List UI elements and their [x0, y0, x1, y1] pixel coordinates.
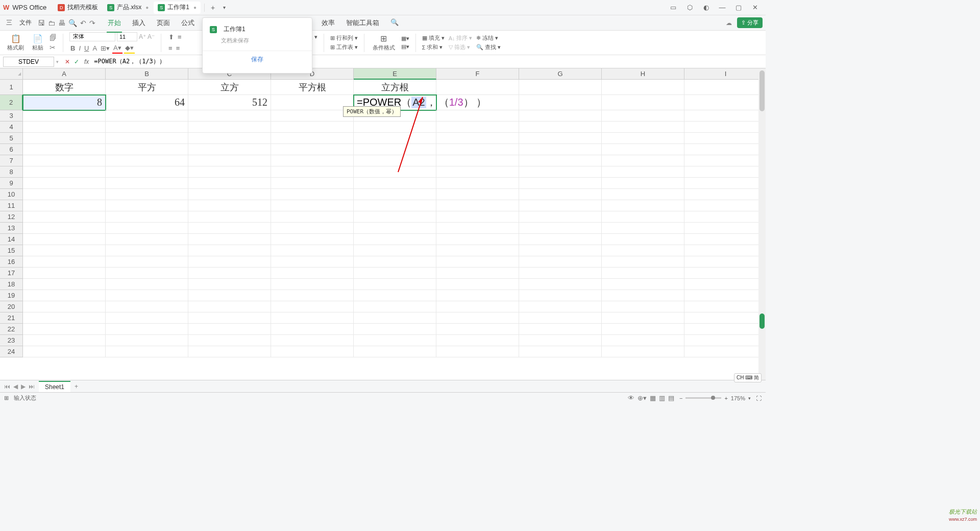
style-icon[interactable]: ▦▾: [401, 35, 409, 42]
cell-C13[interactable]: [188, 223, 271, 234]
cell-C16[interactable]: [188, 256, 271, 268]
cell-G18[interactable]: [519, 279, 602, 290]
minimize-button[interactable]: —: [718, 4, 727, 11]
cell-D1[interactable]: 平方根: [271, 80, 354, 95]
hamburger-icon[interactable]: 三: [3, 16, 15, 29]
cell-D10[interactable]: [271, 189, 354, 200]
cell-D17[interactable]: [271, 268, 354, 279]
cell-A12[interactable]: [23, 211, 106, 223]
cell-A20[interactable]: [23, 301, 106, 312]
cell-B20[interactable]: [106, 301, 188, 312]
cell-D24[interactable]: [271, 346, 354, 357]
italic-icon[interactable]: I: [78, 43, 82, 53]
cell-F8[interactable]: [436, 166, 519, 178]
cell-I19[interactable]: [684, 290, 766, 301]
cell-D18[interactable]: [271, 279, 354, 290]
cell-H4[interactable]: [602, 122, 684, 133]
zoom-out-icon[interactable]: −: [679, 395, 682, 401]
row-header-4[interactable]: 4: [0, 122, 23, 133]
add-sheet-button[interactable]: +: [70, 381, 82, 392]
row-header-22[interactable]: 22: [0, 324, 23, 335]
cell-G21[interactable]: [519, 312, 602, 324]
cell-H10[interactable]: [602, 189, 684, 200]
cell-C15[interactable]: [188, 245, 271, 256]
cell-I2[interactable]: [684, 95, 766, 110]
font-color-icon[interactable]: A▾: [112, 43, 122, 54]
cell-I15[interactable]: [684, 245, 766, 256]
cell-I20[interactable]: [684, 301, 766, 312]
cell-E7[interactable]: [354, 155, 436, 166]
avatar-icon[interactable]: ◐: [701, 4, 710, 11]
cell-F18[interactable]: [436, 279, 519, 290]
cell-B5[interactable]: [106, 133, 188, 144]
cell-F1[interactable]: [436, 80, 519, 95]
cell-I4[interactable]: [684, 122, 766, 133]
align-mid-icon[interactable]: ≡: [177, 32, 183, 42]
tab-formula[interactable]: 公式: [180, 16, 195, 30]
row-header-13[interactable]: 13: [0, 223, 23, 234]
cell-D19[interactable]: [271, 290, 354, 301]
cell-G23[interactable]: [519, 335, 602, 346]
cell-G17[interactable]: [519, 268, 602, 279]
cell-A11[interactable]: [23, 200, 106, 211]
toolbox-icon[interactable]: ▭: [669, 4, 678, 11]
cell-H3[interactable]: [602, 110, 684, 122]
cell-H12[interactable]: [602, 211, 684, 223]
first-sheet-icon[interactable]: ⏮: [3, 383, 11, 390]
row-header-24[interactable]: 24: [0, 346, 23, 357]
cell-A21[interactable]: [23, 312, 106, 324]
tab-insert[interactable]: 插入: [131, 16, 146, 30]
cell-B23[interactable]: [106, 335, 188, 346]
cell-C18[interactable]: [188, 279, 271, 290]
cell-F14[interactable]: [436, 234, 519, 245]
cell-F19[interactable]: [436, 290, 519, 301]
cell-A3[interactable]: [23, 110, 106, 122]
cell-A17[interactable]: [23, 268, 106, 279]
tab-menu-button[interactable]: ▾: [218, 2, 230, 13]
cell-A18[interactable]: [23, 279, 106, 290]
cell-E4[interactable]: [354, 122, 436, 133]
cell-E14[interactable]: [354, 234, 436, 245]
row-header-9[interactable]: 9: [0, 178, 23, 189]
cell-B1[interactable]: 平方: [106, 80, 188, 95]
cell-F4[interactable]: [436, 122, 519, 133]
tab-start[interactable]: 开始: [107, 16, 122, 30]
open-icon[interactable]: 🗀: [48, 19, 55, 27]
cell-D5[interactable]: [271, 133, 354, 144]
cell-G4[interactable]: [519, 122, 602, 133]
redo-icon[interactable]: ↷: [89, 19, 95, 27]
cell-B18[interactable]: [106, 279, 188, 290]
cell-E6[interactable]: [354, 144, 436, 155]
cell-B4[interactable]: [106, 122, 188, 133]
cell-B7[interactable]: [106, 155, 188, 166]
cell-C20[interactable]: [188, 301, 271, 312]
cell-C8[interactable]: [188, 166, 271, 178]
doc-tab-product[interactable]: S 产品.xlsx ●: [103, 2, 153, 14]
bold-icon[interactable]: B: [69, 43, 76, 53]
row-header-23[interactable]: 23: [0, 335, 23, 346]
cell-C19[interactable]: [188, 290, 271, 301]
cell-B3[interactable]: [106, 110, 188, 122]
tab-page[interactable]: 页面: [156, 16, 171, 30]
zoom-control[interactable]: − + 175% ▾: [679, 395, 751, 401]
cell-B17[interactable]: [106, 268, 188, 279]
paste-button[interactable]: 📄粘贴: [30, 33, 45, 53]
cell-G3[interactable]: [519, 110, 602, 122]
cell-E12[interactable]: [354, 211, 436, 223]
cell-I10[interactable]: [684, 189, 766, 200]
cell-D4[interactable]: [271, 122, 354, 133]
cell-B15[interactable]: [106, 245, 188, 256]
cell-I3[interactable]: [684, 110, 766, 122]
cell-D22[interactable]: [271, 324, 354, 335]
tab-close-icon[interactable]: ●: [145, 5, 149, 10]
cell-G22[interactable]: [519, 324, 602, 335]
align-center-icon[interactable]: ≡: [175, 43, 181, 53]
cell-I1[interactable]: [684, 80, 766, 95]
cell-A8[interactable]: [23, 166, 106, 178]
file-menu[interactable]: 文件: [16, 16, 35, 29]
cell-C7[interactable]: [188, 155, 271, 166]
eye-icon[interactable]: 👁: [628, 394, 634, 402]
cell-I6[interactable]: [684, 144, 766, 155]
search-icon[interactable]: 🔍: [389, 16, 400, 30]
cell-E5[interactable]: [354, 133, 436, 144]
